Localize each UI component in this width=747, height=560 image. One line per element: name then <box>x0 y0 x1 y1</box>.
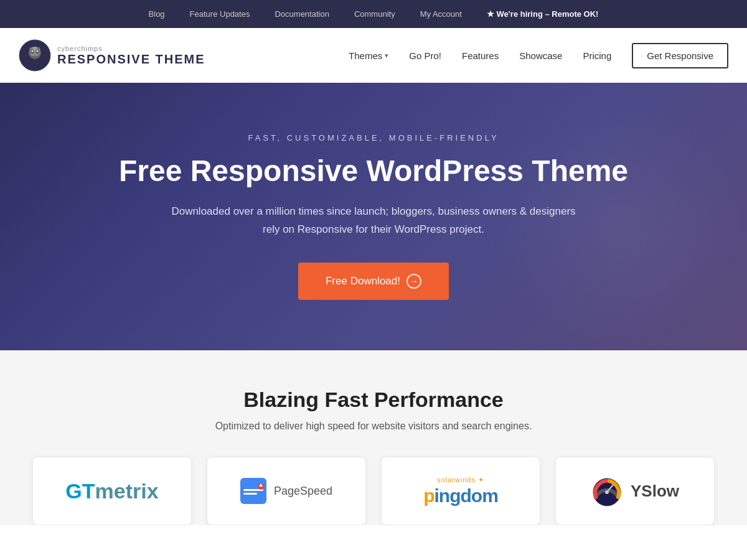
top-nav-hiring[interactable]: ★ We're hiring – Remote OK! <box>487 9 599 19</box>
performance-description: Optimized to deliver high speed for webs… <box>25 421 722 432</box>
nav-links: Themes ▾ Go Pro! Features Showcase Prici… <box>340 43 728 68</box>
pagespeed-label: PageSpeed <box>274 485 332 498</box>
arrow-circle-icon: → <box>406 274 421 289</box>
top-bar: Blog Feature Updates Documentation Commu… <box>0 0 747 28</box>
svg-rect-12 <box>243 493 257 495</box>
theme-name: RESPONSIVE THEME <box>57 52 205 67</box>
yslow-label: YSlow <box>631 482 679 501</box>
performance-cards: GTmetrix PageSpeed solarwinds ✦ <box>25 457 722 525</box>
yslow-card: YSlow <box>555 457 715 525</box>
pingdom-logo: solarwinds ✦ pingdom <box>423 476 498 506</box>
logo-icon <box>19 39 51 72</box>
main-nav: cyberchimps RESPONSIVE THEME Themes ▾ Go… <box>0 28 747 83</box>
nav-features[interactable]: Features <box>453 45 507 66</box>
hero-description: Downloaded over a million times since la… <box>162 203 585 239</box>
logo[interactable]: cyberchimps RESPONSIVE THEME <box>19 39 205 72</box>
gtmetrix-card: GTmetrix <box>32 457 192 525</box>
nav-themes[interactable]: Themes ▾ <box>340 45 397 66</box>
pagespeed-card: PageSpeed <box>207 457 366 525</box>
top-nav-feature-updates[interactable]: Feature Updates <box>190 9 250 19</box>
hero-subtitle: FAST, CUSTOMIZABLE, MOBILE-FRIENDLY <box>248 133 499 142</box>
pagespeed-icon <box>240 478 266 504</box>
top-nav-my-account[interactable]: My Account <box>420 9 462 19</box>
pingdom-main-label: pingdom <box>423 485 498 506</box>
hero-title: Free Responsive WordPress Theme <box>119 154 628 188</box>
yslow-logo: YSlow <box>591 475 679 507</box>
nav-showcase[interactable]: Showcase <box>510 45 571 66</box>
nav-go-pro[interactable]: Go Pro! <box>400 45 450 66</box>
svg-point-8 <box>30 47 33 51</box>
pingdom-top-label: solarwinds ✦ <box>437 476 484 484</box>
gtmetrix-logo: GTmetrix <box>65 479 158 503</box>
brand-name: cyberchimps <box>57 45 205 52</box>
yslow-gauge-icon <box>591 475 623 507</box>
top-nav-blog[interactable]: Blog <box>149 9 165 19</box>
free-download-button[interactable]: Free Download! → <box>298 263 449 300</box>
svg-point-7 <box>32 53 38 57</box>
chevron-down-icon: ▾ <box>385 52 388 60</box>
top-nav-documentation[interactable]: Documentation <box>275 9 329 19</box>
get-responsive-button[interactable]: Get Responsive <box>632 43 728 68</box>
nav-pricing[interactable]: Pricing <box>574 45 620 66</box>
pagespeed-logo: PageSpeed <box>240 478 332 504</box>
hero-section: FAST, CUSTOMIZABLE, MOBILE-FRIENDLY Free… <box>0 83 747 350</box>
performance-title: Blazing Fast Performance <box>25 388 722 412</box>
svg-point-9 <box>37 47 40 51</box>
performance-section: Blazing Fast Performance Optimized to de… <box>0 350 747 525</box>
top-nav-community[interactable]: Community <box>354 9 395 19</box>
pingdom-card: solarwinds ✦ pingdom <box>381 457 540 525</box>
